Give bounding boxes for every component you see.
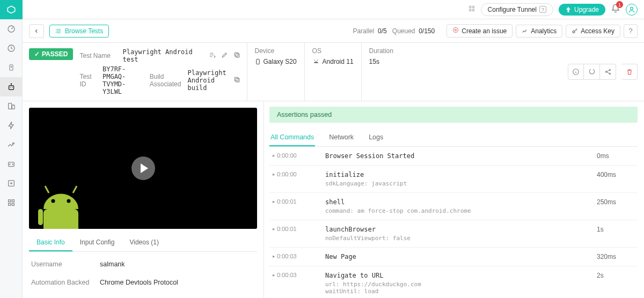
command-row[interactable]: 0:00:03 New Page 320ms (269, 248, 638, 266)
test-id-label: Test ID (79, 73, 99, 88)
svg-point-20 (631, 7, 633, 10)
notif-badge: 1 (616, 1, 623, 8)
sidebar-item-add[interactable] (0, 174, 23, 193)
command-title: shell (325, 198, 592, 206)
command-list[interactable]: 0:00:00 Browser Session Started 0ms 0:00… (269, 147, 644, 298)
configure-tunnel-button[interactable]: Configure Tunnel ? (481, 3, 553, 16)
command-duration: 2s (597, 272, 634, 279)
tab-network[interactable]: Network (328, 129, 355, 146)
delete-button[interactable] (621, 64, 638, 80)
analytics-button[interactable]: Analytics (516, 25, 562, 38)
command-title: initialize (325, 171, 592, 178)
profile-button[interactable] (626, 4, 638, 16)
play-button[interactable] (131, 157, 155, 180)
test-id: BY7RF-PMGAQ-TVYMD-Y3LWL (103, 65, 143, 95)
tab-logs[interactable]: Logs (368, 129, 384, 146)
right-pane: Assertions passed All Commands Network L… (264, 101, 644, 298)
svg-rect-38 (38, 209, 43, 225)
info-button[interactable] (568, 64, 584, 80)
svg-rect-27 (235, 77, 238, 81)
svg-point-21 (453, 28, 458, 33)
command-duration: 400ms (597, 171, 634, 178)
command-title: New Page (325, 253, 592, 260)
help-button[interactable]: ? (624, 24, 638, 38)
sidebar-item-automation[interactable] (0, 77, 23, 96)
command-title: launchBrowser (325, 226, 592, 233)
info-tabs: Basic Info Input Config Videos (1) (29, 234, 257, 252)
tab-basic-info[interactable]: Basic Info (29, 234, 72, 251)
svg-point-33 (609, 69, 610, 70)
actionbar: Browse Tests Parallel 0/5 Queued 0/150 C… (23, 19, 644, 43)
apps-icon[interactable] (468, 5, 475, 14)
logo[interactable] (0, 0, 23, 19)
test-name: Playwright Android test (123, 48, 206, 63)
command-row[interactable]: 0:00:00 initializesdkLanguage: javascrip… (269, 166, 638, 193)
svg-rect-8 (8, 103, 11, 109)
svg-rect-4 (9, 86, 13, 90)
command-detail: noDefaultViewport: false (325, 235, 592, 242)
svg-rect-26 (236, 78, 239, 82)
svg-point-30 (317, 62, 317, 62)
svg-rect-17 (472, 6, 474, 9)
info-list[interactable]: Username salmank Automation Backed Chrom… (29, 252, 257, 292)
svg-rect-14 (8, 203, 10, 205)
command-row[interactable]: 0:00:03 Navigate to URLurl: https://duck… (269, 266, 638, 298)
svg-rect-25 (235, 53, 238, 56)
android-bot-icon (35, 180, 89, 229)
left-pane: Basic Info Input Config Videos (1) Usern… (23, 101, 264, 298)
assertions-banner: Assertions passed (269, 107, 638, 123)
command-detail: sdkLanguage: javascript (325, 180, 592, 187)
os-label: OS (312, 47, 354, 55)
svg-point-5 (10, 87, 11, 88)
command-tabs: All Commands Network Logs (269, 129, 638, 147)
svg-rect-15 (12, 203, 14, 205)
sidebar-item-analytics[interactable] (0, 135, 23, 154)
sidebar-item-integrations[interactable] (0, 154, 23, 174)
phone-icon (255, 58, 261, 65)
svg-rect-12 (8, 200, 10, 202)
build-label: Build Associated (150, 73, 181, 88)
svg-point-36 (52, 199, 55, 203)
sidebar-item-more[interactable] (0, 193, 23, 212)
device-value: Galaxy S20 (255, 58, 297, 65)
parallel-info: Parallel 0/5 Queued 0/150 (353, 27, 435, 35)
command-title: Navigate to URL (325, 272, 592, 279)
command-row[interactable]: 0:00:01 launchBrowsernoDefaultViewport: … (269, 220, 638, 248)
sidebar (0, 0, 23, 298)
device-label: Device (255, 47, 297, 55)
browse-tests-button[interactable]: Browse Tests (49, 25, 109, 38)
copy-id-icon[interactable] (233, 76, 240, 85)
edit-inline-icon[interactable] (209, 51, 216, 60)
retry-button[interactable] (584, 64, 600, 80)
svg-rect-16 (469, 6, 471, 9)
upgrade-button[interactable]: Upgrade (559, 4, 605, 16)
svg-point-34 (609, 73, 610, 74)
command-row[interactable]: 0:00:01 shellcommand: am force-stop com.… (269, 193, 638, 220)
share-button[interactable] (600, 64, 616, 80)
edit-icon[interactable] (221, 51, 228, 60)
back-button[interactable] (29, 24, 44, 38)
duration-label: Duration (369, 47, 393, 55)
access-key-button[interactable]: Access Key (566, 25, 620, 38)
command-detail: command: am force-stop com.android.chrom… (325, 207, 592, 214)
command-row[interactable]: 0:00:00 Browser Session Started 0ms (269, 147, 638, 166)
notifications-button[interactable]: 1 (611, 4, 620, 15)
command-time: 0:00:01 (273, 226, 321, 232)
svg-rect-13 (12, 200, 14, 202)
sidebar-item-device[interactable] (0, 96, 23, 116)
tab-all-commands[interactable]: All Commands (269, 129, 315, 146)
sidebar-item-real[interactable] (0, 58, 23, 77)
tab-input-config[interactable]: Input Config (72, 234, 122, 251)
copy-icon[interactable] (233, 51, 240, 60)
svg-point-7 (10, 83, 11, 84)
os-value: Android 11 (312, 58, 354, 65)
video-player[interactable] (29, 108, 257, 229)
info-username-label: Username (31, 260, 100, 268)
create-issue-button[interactable]: Create an issue (447, 24, 513, 38)
command-time: 0:00:00 (273, 171, 321, 177)
tab-videos[interactable]: Videos (1) (122, 234, 166, 251)
command-time: 0:00:03 (273, 272, 321, 278)
sidebar-item-performance[interactable] (0, 116, 23, 135)
sidebar-item-dashboard[interactable] (0, 19, 23, 39)
sidebar-item-history[interactable] (0, 39, 23, 58)
